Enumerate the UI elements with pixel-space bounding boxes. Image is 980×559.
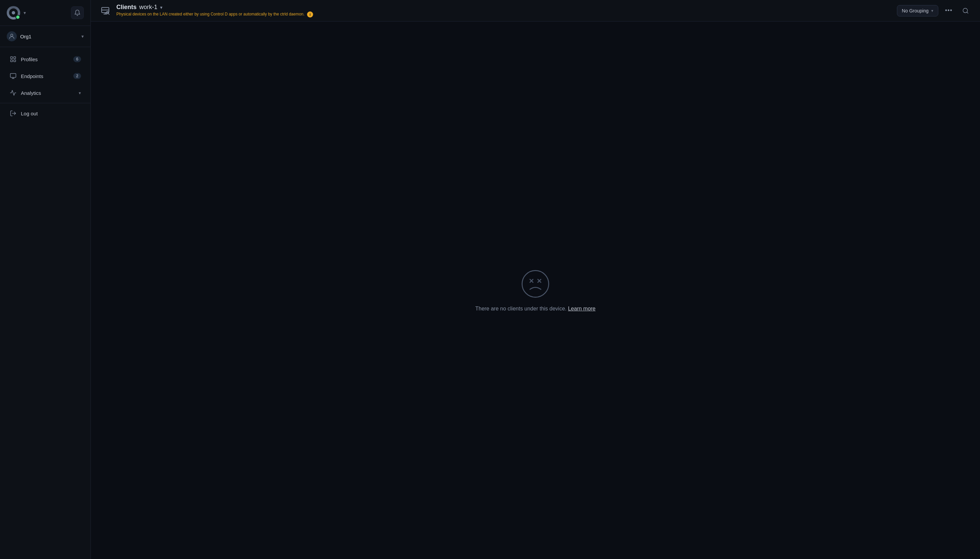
svg-rect-5: [10, 74, 16, 78]
sidebar-divider: [0, 103, 91, 103]
sad-face-icon: [520, 269, 550, 299]
logout-icon: [10, 110, 17, 117]
svg-rect-4: [14, 60, 16, 62]
search-icon: [962, 7, 969, 14]
page-header: Clients work-1 ▾ Physical devices on the…: [91, 0, 980, 22]
main-content: Clients work-1 ▾ Physical devices on the…: [91, 0, 980, 559]
sidebar-nav: Profiles 6 Endpoints 2: [0, 47, 91, 559]
notification-button[interactable]: [71, 7, 84, 19]
org-chevron-icon: ▾: [81, 34, 84, 39]
more-options-button[interactable]: •••: [942, 4, 955, 17]
sidebar-item-profiles[interactable]: Profiles 6: [3, 51, 88, 67]
sidebar-item-logout[interactable]: Log out: [3, 105, 88, 121]
info-icon[interactable]: i: [307, 12, 313, 18]
svg-point-0: [11, 34, 13, 36]
page-title: Clients: [116, 4, 137, 11]
org-selector[interactable]: Org1 ▾: [0, 26, 91, 47]
logo-chevron-icon: ▾: [23, 10, 26, 15]
sidebar-item-analytics[interactable]: Analytics ▾: [3, 85, 88, 101]
learn-more-link[interactable]: Learn more: [568, 306, 596, 311]
device-dropdown-chevron[interactable]: ▾: [160, 5, 162, 10]
profiles-icon: [10, 56, 17, 63]
analytics-label: Analytics: [21, 90, 41, 96]
profiles-label: Profiles: [21, 56, 38, 62]
device-icon: [99, 4, 112, 17]
sidebar-header: ▾: [0, 0, 91, 26]
grouping-label: No Grouping: [902, 8, 929, 13]
bell-icon: [74, 10, 81, 16]
empty-state: There are no clients under this device. …: [91, 22, 980, 559]
search-button[interactable]: [959, 4, 972, 17]
device-name: work-1: [139, 4, 157, 11]
svg-rect-1: [11, 57, 13, 59]
analytics-icon: [10, 89, 17, 96]
app-logo-icon: [7, 6, 20, 20]
endpoints-icon: [10, 72, 17, 80]
org-name: Org1: [20, 34, 31, 39]
logo-status-badge: [15, 15, 20, 20]
grouping-chevron-icon: ▾: [931, 8, 933, 13]
header-subtitle: Physical devices on the LAN created eith…: [116, 12, 313, 18]
sidebar: ▾ Org1 ▾: [0, 0, 91, 559]
sidebar-item-endpoints[interactable]: Endpoints 2: [3, 68, 88, 84]
svg-rect-3: [11, 60, 13, 62]
org-icon: [7, 31, 17, 41]
grouping-button[interactable]: No Grouping ▾: [897, 5, 938, 17]
svg-rect-2: [14, 57, 16, 59]
empty-message: There are no clients under this device. …: [475, 306, 596, 312]
svg-point-11: [522, 270, 549, 297]
endpoints-badge: 2: [73, 73, 81, 79]
logo-button[interactable]: ▾: [7, 6, 26, 20]
svg-line-10: [967, 12, 968, 13]
logout-label: Log out: [21, 111, 38, 116]
endpoints-label: Endpoints: [21, 73, 43, 79]
profiles-badge: 6: [73, 56, 81, 62]
more-options-icon: •••: [945, 7, 952, 14]
analytics-chevron-icon: ▾: [79, 91, 81, 96]
